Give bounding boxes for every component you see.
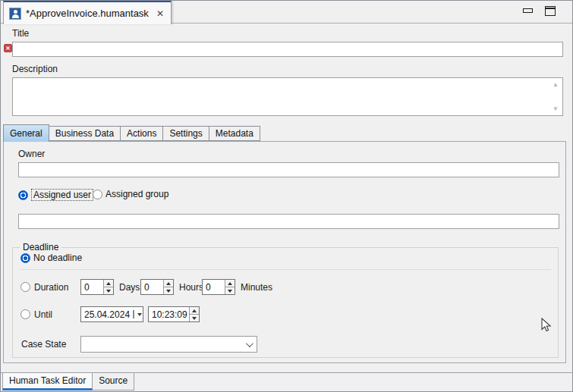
editor-tab-bar: *ApproveInvoice.humantask ✕ <box>1 1 572 24</box>
hours-label: Hours <box>179 282 203 293</box>
days-increment-button[interactable] <box>104 280 113 287</box>
days-label: Days <box>119 282 140 293</box>
case-state-label: Case State <box>21 339 66 350</box>
dropdown-arrow-icon <box>137 313 142 316</box>
duration-radio[interactable] <box>20 282 30 292</box>
tab-human-task-editor[interactable]: Human Task Editor <box>2 373 93 390</box>
until-date-value: 25.04.2024 <box>84 309 130 320</box>
until-time-spinner: 10:23:09 <box>148 306 200 322</box>
tab-settings[interactable]: Settings <box>162 126 209 141</box>
section-tab-bar: General Business Data Actions Settings M… <box>4 124 260 141</box>
tab-source[interactable]: Source <box>93 373 134 390</box>
until-date-picker[interactable]: 25.04.2024 <box>80 306 143 322</box>
deadline-groupbox: Deadline No deadline Duration 0 Days 0 <box>12 247 559 358</box>
minutes-spinner-buttons <box>225 280 235 294</box>
description-input[interactable] <box>13 78 548 115</box>
triangle-down-icon <box>166 290 171 293</box>
case-state-dropdown[interactable] <box>80 336 257 353</box>
triangle-down-icon <box>228 290 232 293</box>
scroll-up-icon[interactable]: ▲ <box>553 81 559 88</box>
description-label: Description <box>12 64 58 74</box>
assigned-user-radio[interactable] <box>18 190 28 200</box>
maximize-icon[interactable] <box>545 6 556 16</box>
tab-general[interactable]: General <box>3 124 49 142</box>
chevron-down-icon <box>246 340 253 347</box>
deadline-separator <box>20 269 551 270</box>
days-decrement-button[interactable] <box>104 287 113 294</box>
minutes-label: Minutes <box>241 282 272 293</box>
minutes-value[interactable]: 0 <box>203 280 225 294</box>
triangle-up-icon <box>106 282 111 285</box>
time-spinner-buttons <box>189 307 199 321</box>
triangle-down-icon <box>106 290 111 293</box>
triangle-down-icon <box>192 317 197 320</box>
human-task-editor-window: *ApproveInvoice.humantask ✕ Title ✕ Desc… <box>0 0 573 392</box>
time-decrement-button[interactable] <box>190 315 199 321</box>
deadline-legend: Deadline <box>20 242 61 252</box>
editor-mode-tab-bar: Human Task Editor Source <box>1 372 572 391</box>
calendar-icon <box>133 310 134 318</box>
scroll-down-icon[interactable]: ▼ <box>553 105 559 112</box>
days-spinner-buttons <box>103 280 113 294</box>
triangle-up-icon <box>192 309 197 312</box>
triangle-up-icon <box>228 282 232 285</box>
error-decorator-icon: ✕ <box>4 44 12 52</box>
assigned-group-radio-row: Assigned group <box>93 189 168 199</box>
close-icon[interactable]: ✕ <box>156 8 164 19</box>
minutes-increment-button[interactable] <box>225 280 235 287</box>
minimize-icon[interactable] <box>523 8 533 13</box>
user-icon <box>9 8 21 20</box>
hours-decrement-button[interactable] <box>164 287 173 294</box>
time-increment-button[interactable] <box>190 307 199 315</box>
hours-spinner: 0 <box>140 279 174 295</box>
no-deadline-label[interactable]: No deadline <box>33 252 82 263</box>
tab-actions[interactable]: Actions <box>120 126 163 141</box>
assigned-user-label[interactable]: Assigned user <box>31 189 93 201</box>
description-field-frame: ▲ ▼ <box>12 77 563 116</box>
tab-business-data[interactable]: Business Data <box>49 126 121 141</box>
hours-value[interactable]: 0 <box>141 280 163 294</box>
editor-tab-title: *ApproveInvoice.humantask <box>26 8 149 19</box>
assigned-group-label[interactable]: Assigned group <box>105 189 168 199</box>
minutes-spinner: 0 <box>202 279 235 295</box>
hours-spinner-buttons <box>163 280 173 294</box>
minutes-decrement-button[interactable] <box>225 287 235 294</box>
owner-input[interactable] <box>18 162 559 177</box>
assigned-group-radio[interactable] <box>93 190 102 199</box>
owner-label: Owner <box>18 149 45 159</box>
tab-metadata[interactable]: Metadata <box>209 126 260 141</box>
editor-tab-approveinvoice[interactable]: *ApproveInvoice.humantask ✕ <box>3 1 172 24</box>
until-radio[interactable] <box>20 309 30 319</box>
until-label: Until <box>34 309 52 320</box>
until-time-value[interactable]: 10:23:09 <box>149 307 189 321</box>
title-label: Title <box>12 28 29 39</box>
no-deadline-radio-row: No deadline <box>20 252 82 263</box>
duration-label: Duration <box>34 282 68 293</box>
days-value[interactable]: 0 <box>81 280 103 294</box>
hours-increment-button[interactable] <box>164 280 173 287</box>
assignee-input[interactable] <box>18 214 559 229</box>
general-tab-panel: Owner Assigned user Assigned group Deadl… <box>3 141 566 363</box>
days-spinner: 0 <box>80 279 114 295</box>
triangle-up-icon <box>166 282 171 285</box>
title-input[interactable] <box>12 42 563 57</box>
assigned-user-radio-row: Assigned user <box>18 189 93 201</box>
no-deadline-radio[interactable] <box>20 253 30 263</box>
